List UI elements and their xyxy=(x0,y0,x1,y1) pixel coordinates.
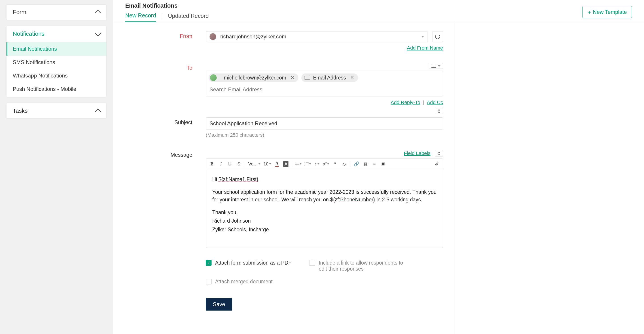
sidebar-item-sms[interactable]: SMS Notifications xyxy=(6,56,106,69)
tab-separator: | xyxy=(162,13,163,21)
field-labels-link[interactable]: Field Labels xyxy=(404,151,430,156)
list-button[interactable] xyxy=(304,160,312,168)
sidebar-form-label: Form xyxy=(13,9,26,16)
add-reply-to-link[interactable]: Add Reply-To xyxy=(391,100,420,105)
attachment-button[interactable] xyxy=(433,160,440,168)
editor-toolbar: B I U S Ve… 10 A A xyxy=(206,159,443,169)
sidebar-panel-tasks[interactable]: Tasks xyxy=(6,103,107,119)
editor-body[interactable]: Hi ${zf:Name1.First}, Your school applic… xyxy=(206,169,443,248)
dropdown-arrow-icon xyxy=(438,65,440,67)
sidebar-notifications-label: Notifications xyxy=(13,30,44,37)
sidebar-item-email[interactable]: Email Notifications xyxy=(6,42,106,56)
refresh-icon xyxy=(435,34,440,39)
chip-email: michellebrown@zylker.com xyxy=(224,75,286,81)
envelope-icon xyxy=(304,76,310,80)
message-label: Message xyxy=(125,150,206,248)
rich-text-editor: B I U S Ve… 10 A A xyxy=(206,159,443,248)
new-template-button[interactable]: + New Template xyxy=(582,6,632,18)
sidebar-tasks-label: Tasks xyxy=(13,107,28,114)
add-from-name-link[interactable]: Add From Name xyxy=(407,45,443,51)
hr-button[interactable]: ≡ xyxy=(370,160,378,168)
subject-merge-button[interactable]: ⟨⟩ xyxy=(435,108,443,114)
check-attach-pdf[interactable]: ✓ Attach form submission as a PDF xyxy=(206,260,291,272)
from-select[interactable]: richardjohnson@zylker.com xyxy=(206,31,428,42)
from-email: richardjohnson@zylker.com xyxy=(220,33,286,40)
subject-input[interactable] xyxy=(206,117,443,130)
add-cc-link[interactable]: Add Cc xyxy=(427,100,443,105)
checkbox-icon: ✓ xyxy=(206,260,212,266)
subject-max-chars: (Maximum 250 characters) xyxy=(206,132,443,138)
strike-button[interactable]: S xyxy=(235,160,242,168)
check-edit-link[interactable]: Include a link to allow respondents to e… xyxy=(309,260,406,272)
link-button[interactable]: 🔗 xyxy=(353,160,360,168)
dropdown-arrow-icon xyxy=(421,36,424,37)
chevron-up-icon xyxy=(95,108,101,115)
email-template-form: From richardjohnson@zylker.com xyxy=(113,22,455,334)
main: Email Notifications New Record | Updated… xyxy=(113,0,644,334)
new-template-label: New Template xyxy=(593,9,627,15)
page-title: Email Notifications xyxy=(125,2,209,9)
check-label: Include a link to allow respondents to e… xyxy=(319,260,406,272)
blockquote-button[interactable]: ❝ xyxy=(332,160,339,168)
font-color-button[interactable]: A xyxy=(273,160,281,168)
chevron-up-icon xyxy=(95,9,101,16)
table-button[interactable]: ▦ xyxy=(362,160,369,168)
chevron-down-icon xyxy=(95,30,101,36)
highlight-button[interactable]: A xyxy=(282,160,290,168)
to-box[interactable]: michellebrown@zylker.com ✕ Email Address… xyxy=(206,71,443,96)
sidebar-panel-notifications: Notifications Email Notifications SMS No… xyxy=(6,26,107,97)
refresh-button[interactable] xyxy=(432,31,443,42)
sidebar: Form Notifications Email Notifications S… xyxy=(0,0,113,334)
message-merge-button[interactable]: ⟨⟩ xyxy=(435,150,443,157)
merge-variable: ${zf:Name1.First} xyxy=(218,176,258,182)
image-button[interactable]: ▣ xyxy=(380,160,387,168)
save-button[interactable]: Save xyxy=(206,298,232,311)
sidebar-panel-form[interactable]: Form xyxy=(6,4,107,20)
font-size-select[interactable]: 10 xyxy=(262,160,272,168)
bold-button[interactable]: B xyxy=(208,160,216,168)
merge-variable: ${zf:PhoneNumber} xyxy=(330,197,375,202)
close-icon[interactable]: ✕ xyxy=(349,75,355,81)
clear-format-button[interactable]: ◇ xyxy=(340,160,348,168)
font-family-select[interactable]: Ve… xyxy=(247,160,261,168)
tab-new-record[interactable]: New Record xyxy=(125,12,156,22)
topbar: Email Notifications New Record | Updated… xyxy=(113,0,644,22)
align-button[interactable] xyxy=(294,160,302,168)
to-label: To xyxy=(125,63,206,105)
tabs: New Record | Updated Record xyxy=(125,12,209,22)
to-search-input[interactable] xyxy=(209,86,440,94)
to-chip[interactable]: Email Address ✕ xyxy=(302,73,358,82)
subject-label: Subject xyxy=(125,117,206,138)
to-type-select[interactable] xyxy=(429,63,443,69)
checkbox-icon xyxy=(309,260,315,266)
close-icon[interactable]: ✕ xyxy=(289,75,295,81)
paperclip-icon xyxy=(435,161,439,167)
superscript-button[interactable]: x² xyxy=(322,160,330,168)
to-chip[interactable]: michellebrown@zylker.com ✕ xyxy=(209,73,298,82)
tab-updated-record[interactable]: Updated Record xyxy=(168,13,209,22)
sidebar-item-whatsapp[interactable]: Whatsapp Notifications xyxy=(6,69,106,82)
italic-button[interactable]: I xyxy=(217,160,225,168)
sidebar-item-push[interactable]: Push Notifications - Mobile xyxy=(6,82,106,96)
avatar xyxy=(210,74,217,81)
sidebar-notifications-header[interactable]: Notifications xyxy=(6,26,106,41)
line-height-button[interactable]: ↕ xyxy=(313,160,321,168)
check-attach-merged[interactable]: Attach merged document xyxy=(206,279,302,285)
check-label: Attach merged document xyxy=(215,279,272,285)
avatar xyxy=(210,33,216,40)
checkbox-icon xyxy=(206,279,212,284)
plus-icon: + xyxy=(588,9,591,15)
from-label: From xyxy=(125,31,206,51)
underline-button[interactable]: U xyxy=(226,160,234,168)
envelope-icon xyxy=(431,64,436,68)
chip-email: Email Address xyxy=(313,75,346,81)
check-label: Attach form submission as a PDF xyxy=(215,260,291,266)
